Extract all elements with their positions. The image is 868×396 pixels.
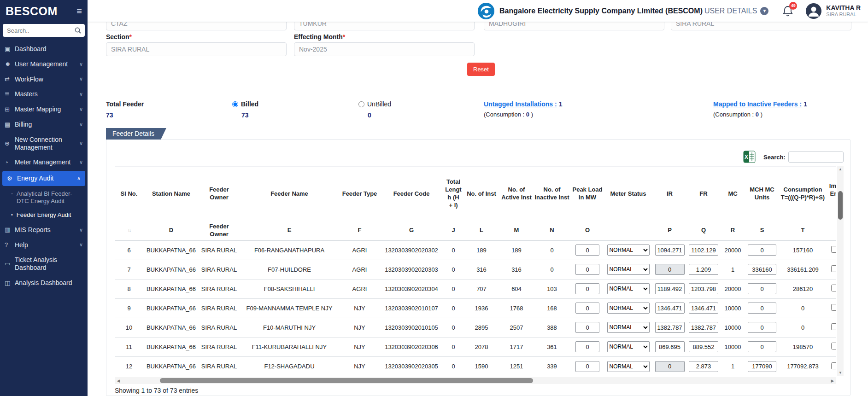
- notifications-bell[interactable]: 49: [782, 5, 793, 17]
- meter-status-select[interactable]: NORMAL: [607, 245, 650, 256]
- sidebar-item-help[interactable]: ?Help∨: [0, 238, 88, 253]
- ir-input[interactable]: [655, 341, 685, 352]
- billed-radio[interactable]: [232, 101, 238, 107]
- import-energy-checkbox[interactable]: [831, 343, 836, 349]
- sidebar-item-billing[interactable]: ▤Billing∨: [0, 117, 88, 132]
- peak-load-input[interactable]: [575, 322, 599, 333]
- col-subheader-l[interactable]: L: [463, 221, 500, 240]
- col-subheader-e[interactable]: E: [239, 221, 340, 240]
- fr-input[interactable]: [689, 341, 718, 352]
- billed-option[interactable]: Billed: [232, 100, 258, 108]
- col-header-total-length-h-i[interactable]: Total Length (H + I): [444, 167, 463, 221]
- fr-input[interactable]: [689, 361, 718, 372]
- import-energy-checkbox[interactable]: [831, 323, 836, 330]
- col-header-station-name[interactable]: Station Name: [143, 167, 199, 221]
- col-subheader-m[interactable]: M: [500, 221, 533, 240]
- sidebar-item-master-mapping[interactable]: ⊞Master Mapping∨: [0, 102, 88, 117]
- col-header-consumption-t-q-p-r-s[interactable]: Consumption T=(((Q-P)*R)+S): [779, 167, 827, 221]
- col-header-no-of-inactive-inst[interactable]: No. of Inactive Inst: [533, 167, 571, 221]
- unbilled-radio[interactable]: [358, 101, 364, 107]
- division-input[interactable]: [484, 22, 664, 30]
- sidebar-item-energy-audit[interactable]: ⚙Energy Audit∧: [2, 171, 85, 186]
- sort-icon[interactable]: ↑↓: [128, 228, 130, 233]
- import-energy-checkbox[interactable]: [831, 246, 836, 253]
- col-subheader-g[interactable]: G: [379, 221, 444, 240]
- meter-status-select[interactable]: NORMAL: [607, 322, 650, 333]
- user-avatar[interactable]: [805, 3, 822, 19]
- col-subheader-t[interactable]: T: [779, 221, 827, 240]
- sidebar-subitem-feeder-energy-audit[interactable]: •Feeder Energy Audit: [0, 208, 88, 222]
- col-subheader-f[interactable]: F: [340, 221, 379, 240]
- scroll-down-arrow-icon[interactable]: ▼: [839, 370, 842, 376]
- circle-input[interactable]: [294, 22, 475, 30]
- sidebar-item-dashboard[interactable]: ▣Dashboard: [0, 41, 88, 57]
- section-input[interactable]: [106, 42, 287, 56]
- reset-button[interactable]: Reset: [467, 63, 495, 76]
- sidebar-subitem-analytical-bi-feeder-dtc-energy-audit[interactable]: ◦Analytical BI Feeder-DTC Energy Audit: [0, 187, 88, 209]
- peak-load-input[interactable]: [575, 341, 599, 352]
- sidebar-item-meter-management[interactable]: ◔Meter Management∨: [0, 155, 88, 170]
- import-energy-checkbox[interactable]: [831, 304, 836, 311]
- col-header-fr[interactable]: FR: [687, 167, 720, 221]
- col-header-ir[interactable]: IR: [652, 167, 687, 221]
- sidebar-item-masters[interactable]: ≣Masters∨: [0, 87, 88, 102]
- fr-input[interactable]: [689, 283, 718, 294]
- scroll-right-arrow-icon[interactable]: ▶: [829, 379, 836, 383]
- fr-input[interactable]: [689, 245, 718, 256]
- meter-status-select[interactable]: NORMAL: [607, 303, 650, 314]
- col-subheader-r[interactable]: R: [720, 221, 745, 240]
- ir-input[interactable]: [655, 283, 685, 294]
- meter-status-select[interactable]: NORMAL: [607, 264, 650, 275]
- horizontal-scrollbar[interactable]: ◀ ▶: [115, 377, 836, 384]
- mch-mc-units-input[interactable]: [748, 245, 776, 256]
- scroll-left-arrow-icon[interactable]: ◀: [115, 379, 122, 383]
- ir-input[interactable]: [655, 322, 685, 333]
- col-subheader-blank[interactable]: [604, 221, 652, 240]
- col-subheader-s[interactable]: S: [745, 221, 779, 240]
- import-energy-checkbox[interactable]: [831, 265, 836, 272]
- col-subheader-n[interactable]: N: [533, 221, 571, 240]
- col-subheader-feeder-owner[interactable]: Feeder Owner: [199, 221, 239, 240]
- col-header-feeder-owner[interactable]: Feeder Owner: [199, 167, 239, 221]
- peak-load-input[interactable]: [575, 264, 599, 275]
- mch-mc-units-input[interactable]: [748, 361, 776, 372]
- col-header-peak-load-in-mw[interactable]: Peak Load in MW: [571, 167, 604, 221]
- ir-input[interactable]: [655, 303, 685, 314]
- unbilled-option[interactable]: UnBilled: [358, 100, 391, 108]
- col-header-import-energy[interactable]: Import Energy: [827, 167, 836, 221]
- subdivision-input[interactable]: [671, 22, 851, 30]
- zone-input[interactable]: [106, 22, 287, 30]
- col-header-feeder-name[interactable]: Feeder Name: [239, 167, 340, 221]
- user-details-dropdown[interactable]: USER DETAILS ▼: [704, 7, 768, 15]
- sidebar-item-ticket-analysis-dashboard[interactable]: ▭Ticket Analysis Dashboard: [0, 252, 88, 275]
- scroll-up-arrow-icon[interactable]: ▲: [839, 166, 842, 173]
- sidebar-search-input[interactable]: [3, 24, 85, 37]
- peak-load-input[interactable]: [575, 303, 599, 314]
- col-header-mc[interactable]: MC: [720, 167, 745, 221]
- col-subheader-q[interactable]: Q: [687, 221, 720, 240]
- col-subheader-j[interactable]: J: [444, 221, 463, 240]
- vertical-scroll-thumb[interactable]: [838, 191, 843, 220]
- col-header-meter-status[interactable]: Meter Status: [604, 167, 652, 221]
- sidebar-item-workflow[interactable]: ⇄WorkFlow∨: [0, 72, 88, 87]
- mch-mc-units-input[interactable]: [748, 322, 776, 333]
- vertical-scrollbar[interactable]: ▲ ▼: [837, 166, 844, 376]
- col-header-feeder-type[interactable]: Feeder Type: [340, 167, 379, 221]
- meter-status-select[interactable]: NORMAL: [607, 283, 650, 294]
- feeder-details-tab[interactable]: Feeder Details: [106, 128, 161, 140]
- import-energy-checkbox[interactable]: [831, 285, 836, 291]
- ir-input[interactable]: [655, 264, 685, 275]
- peak-load-input[interactable]: [575, 245, 599, 256]
- ir-input[interactable]: [655, 361, 685, 372]
- col-header-mch-mc-units[interactable]: MCH MC Units: [745, 167, 779, 221]
- effecting-month-input[interactable]: [294, 42, 475, 56]
- fr-input[interactable]: [689, 322, 718, 333]
- col-header-no-of-inst[interactable]: No. of Inst: [463, 167, 500, 221]
- col-subheader-d[interactable]: D: [143, 221, 199, 240]
- meter-status-select[interactable]: NORMAL: [607, 361, 650, 372]
- import-energy-checkbox[interactable]: [831, 362, 836, 369]
- horizontal-scroll-track[interactable]: [122, 377, 829, 384]
- search-icon[interactable]: [74, 27, 82, 34]
- horizontal-scroll-thumb[interactable]: [160, 378, 533, 383]
- fr-input[interactable]: [689, 303, 718, 314]
